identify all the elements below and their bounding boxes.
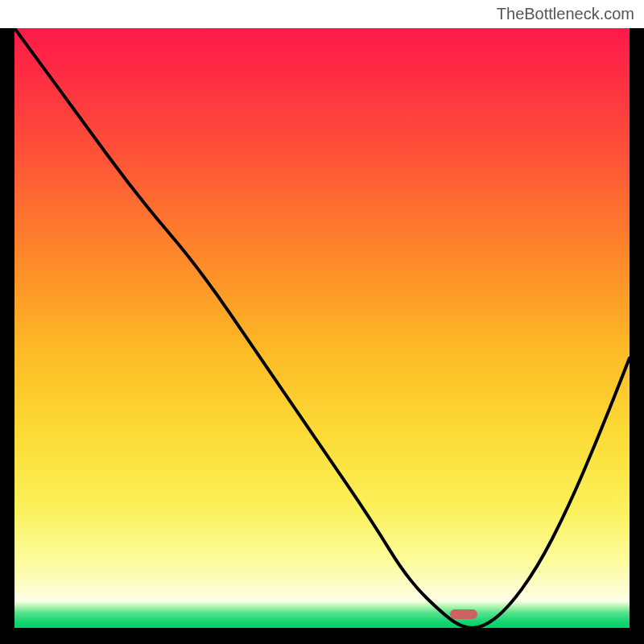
plot-area: [14, 28, 630, 628]
curve-layer: [14, 28, 630, 628]
right-axis: [630, 28, 644, 628]
optimal-marker: [450, 609, 477, 619]
bottleneck-curve: [14, 28, 630, 628]
watermark: TheBottleneck.com: [497, 5, 634, 23]
x-axis: [0, 628, 644, 644]
y-axis: [0, 28, 14, 628]
chart-container: TheBottleneck.com: [0, 0, 644, 644]
